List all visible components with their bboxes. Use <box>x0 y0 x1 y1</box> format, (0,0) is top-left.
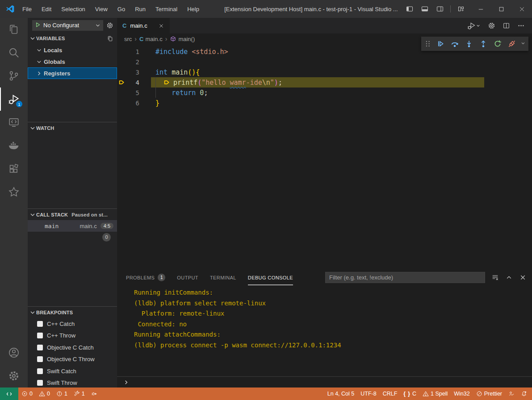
start-debug-icon[interactable] <box>34 21 41 29</box>
chevron-down-icon[interactable] <box>520 40 526 48</box>
call-stack-badge: 0 <box>102 233 111 242</box>
breakpoint-checkbox[interactable] <box>37 380 43 386</box>
run-or-debug-button[interactable] <box>467 21 481 30</box>
customize-layout-icon[interactable] <box>454 2 468 16</box>
watch-section-header[interactable]: WATCH <box>28 122 117 133</box>
variables-item-locals[interactable]: Locals <box>28 44 117 56</box>
minimize-button[interactable] <box>470 0 491 18</box>
breakpoint-swift-throw[interactable]: Swift Throw <box>28 377 117 388</box>
continue-button[interactable] <box>435 38 446 50</box>
close-panel-icon[interactable] <box>519 274 527 281</box>
activity-account[interactable] <box>0 341 28 364</box>
menu-edit[interactable]: Edit <box>37 0 56 18</box>
drag-handle[interactable] <box>424 40 432 48</box>
status-errors[interactable]: 0 <box>18 388 36 400</box>
tab-main-c[interactable]: C main.c <box>117 18 170 33</box>
status-infos[interactable]: 1 <box>53 388 71 400</box>
status-debug-status[interactable] <box>88 388 101 400</box>
menu-file[interactable]: File <box>17 0 37 18</box>
breakpoint-c-catch[interactable]: C++ Catch <box>28 318 117 330</box>
breakpoints-section-header[interactable]: BREAKPOINTS <box>28 306 117 318</box>
status-notifications[interactable] <box>518 388 530 400</box>
activity-extensions[interactable] <box>0 157 28 180</box>
split-editor-icon[interactable] <box>503 22 510 29</box>
toggle-sidebar-icon[interactable] <box>403 2 416 16</box>
status-text: 1 <box>82 391 85 397</box>
code-token <box>168 68 172 76</box>
step-out-button[interactable] <box>478 38 489 50</box>
maximize-panel-icon[interactable] <box>505 274 513 281</box>
more-actions-icon[interactable] <box>517 22 525 29</box>
status-text: 1 <box>64 391 67 397</box>
console-line: Connected: no <box>134 319 532 330</box>
breadcrumb-src[interactable]: src <box>124 36 132 42</box>
status-eol[interactable]: CRLF <box>380 388 401 400</box>
variables-section-header[interactable]: VARIABLES <box>28 33 117 44</box>
status-feedback[interactable] <box>505 388 518 400</box>
panel-tab-terminal[interactable]: TERMINAL <box>210 270 236 285</box>
settings-gear-icon[interactable] <box>488 22 495 29</box>
menu-run[interactable]: Run <box>130 0 151 18</box>
code-editor[interactable]: 1#include <stdio.h>23int main(){4 printf… <box>117 44 532 270</box>
panel-tab-output[interactable]: OUTPUT <box>177 270 198 285</box>
status-platform[interactable]: Win32 <box>451 388 473 400</box>
breakpoint-checkbox[interactable] <box>37 345 43 350</box>
activity-remote-explorer[interactable] <box>0 111 28 134</box>
breakpoint-swift-catch[interactable]: Swift Catch <box>28 365 117 377</box>
close-tab-icon[interactable] <box>158 23 164 29</box>
status-spell-checker[interactable]: 1 Spell <box>419 388 451 400</box>
activity-settings[interactable] <box>0 364 28 388</box>
menu-selection[interactable]: Selection <box>56 0 90 18</box>
menu-go[interactable]: Go <box>113 0 130 18</box>
activity-docker[interactable] <box>0 134 28 157</box>
step-into-button[interactable] <box>463 38 475 50</box>
panel-tab-problems[interactable]: PROBLEMS1 <box>126 270 165 285</box>
restart-button[interactable] <box>492 38 503 50</box>
remote-indicator[interactable] <box>0 388 18 400</box>
activity-source-control[interactable] <box>0 64 28 88</box>
menu-view[interactable]: View <box>90 0 113 18</box>
info-icon <box>56 391 63 397</box>
activity-search[interactable] <box>0 41 28 64</box>
breakpoint-checkbox[interactable] <box>37 368 43 374</box>
debug-console-filter-input[interactable] <box>325 272 485 283</box>
call-stack-section-header[interactable]: CALL STACK Paused on st... <box>28 208 117 220</box>
current-line-arrow-icon[interactable] <box>117 79 127 86</box>
toggle-panel-icon[interactable] <box>418 2 431 16</box>
activity-star[interactable] <box>0 180 28 204</box>
disconnect-button[interactable] <box>506 38 518 50</box>
breakpoint-checkbox[interactable] <box>37 333 43 338</box>
status-warnings[interactable]: 0 <box>36 388 53 400</box>
status-cursor-position[interactable]: Ln 4, Col 5 <box>324 388 357 400</box>
status-formatter[interactable]: Prettier <box>473 388 505 400</box>
activity-run-and-debug[interactable]: 1 <box>0 88 28 111</box>
close-window-button[interactable] <box>511 0 532 18</box>
breakpoint-checkbox[interactable] <box>37 356 43 362</box>
stack-frame-row[interactable]: main main.c 4:5 <box>28 220 117 232</box>
debug-config-dropdown[interactable]: No Configurat <box>32 20 103 31</box>
breakpoint-objective-c-catch[interactable]: Objective C Catch <box>28 342 117 354</box>
variables-item-globals[interactable]: Globals <box>28 56 117 67</box>
status-encoding[interactable]: UTF-8 <box>357 388 379 400</box>
copy-icon[interactable] <box>107 35 113 42</box>
variables-item-registers[interactable]: Registers <box>28 67 117 79</box>
clear-console-icon[interactable] <box>491 274 499 281</box>
status-tools[interactable]: 1 <box>71 388 88 400</box>
maximize-button[interactable] <box>491 0 511 18</box>
menu-help[interactable]: Help <box>182 0 204 18</box>
step-over-button[interactable] <box>449 38 461 50</box>
breakpoint-objective-c-throw[interactable]: Objective C Throw <box>28 354 117 366</box>
debug-gear-icon[interactable] <box>106 22 113 29</box>
debug-console-input[interactable] <box>117 376 532 388</box>
breadcrumb-main-c[interactable]: Cmain.c <box>139 36 163 42</box>
status-language-mode[interactable]: { }C <box>400 388 419 400</box>
panel-tab-label: OUTPUT <box>177 275 198 280</box>
breakpoint-c-throw[interactable]: C++ Throw <box>28 330 117 342</box>
activity-explorer[interactable] <box>0 18 28 41</box>
menu-terminal[interactable]: Terminal <box>151 0 182 18</box>
breakpoint-checkbox[interactable] <box>37 321 43 327</box>
panel-tab-debug-console[interactable]: DEBUG CONSOLE <box>248 270 293 285</box>
toggle-secondary-sidebar-icon[interactable] <box>433 2 447 16</box>
breadcrumb-main-[interactable]: main() <box>170 36 195 42</box>
panel-tab-label: TERMINAL <box>210 275 236 280</box>
